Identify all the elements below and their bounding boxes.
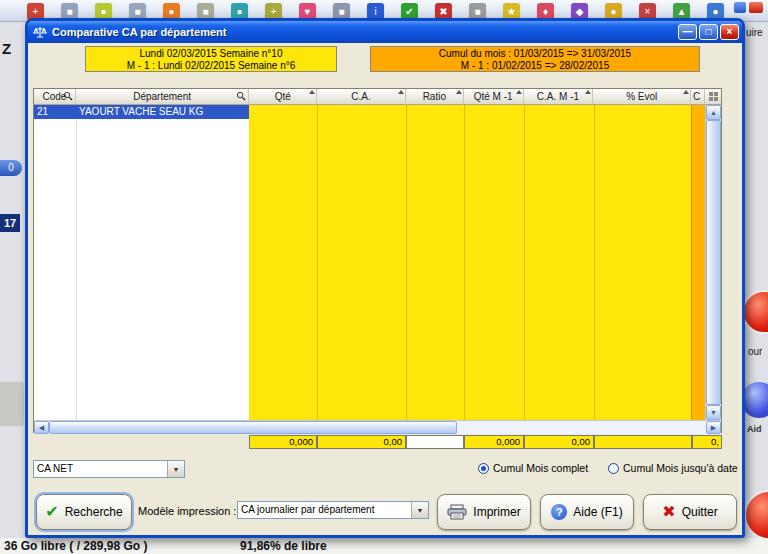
print-button[interactable]: Imprimer xyxy=(437,494,531,530)
column-header-qte[interactable]: Qté xyxy=(249,89,317,105)
search-icon[interactable] xyxy=(63,91,73,103)
column-header-qte-m1[interactable]: Qté M -1 xyxy=(464,89,524,105)
total-qte: 0,000 xyxy=(249,435,317,449)
app-round-button[interactable] xyxy=(744,490,768,540)
column-header-cut[interactable]: C xyxy=(691,89,705,105)
current-week-line1: Lundi 02/03/2015 Semaine n°10 xyxy=(86,48,336,60)
radio-cumul-mois-jusqua-date[interactable]: Cumul Mois jusqu'à date xyxy=(608,462,738,474)
column-divider xyxy=(317,105,318,420)
app-round-button[interactable] xyxy=(741,382,768,418)
column-divider xyxy=(524,105,525,420)
column-header-ratio[interactable]: Ratio xyxy=(406,89,464,105)
ca-type-value: CA NET xyxy=(34,461,167,477)
column-label: Qté xyxy=(275,91,291,102)
app-round-button[interactable] xyxy=(742,290,768,334)
search-button[interactable]: ✔ Recherche xyxy=(36,494,132,530)
column-header-evol[interactable]: % Evol xyxy=(593,89,691,105)
x-icon: ✖ xyxy=(662,504,675,520)
chevron-down-icon[interactable]: ▼ xyxy=(411,502,428,518)
radio-cumul-mois-complet[interactable]: Cumul Mois complet xyxy=(478,462,588,474)
column-label: Département xyxy=(133,91,191,102)
quit-button[interactable]: ✖ Quitter xyxy=(643,494,737,530)
background-panel-fragment xyxy=(0,382,24,426)
scrollbar-thumb[interactable] xyxy=(706,120,721,405)
column-header-code[interactable]: Code xyxy=(34,89,76,105)
disk-free-percent: 91,86% de libre xyxy=(240,539,327,553)
print-model-select[interactable]: CA journalier par département ▼ xyxy=(237,501,429,519)
table-header: Code Département Qté C.A. Ratio Q xyxy=(34,89,721,105)
dialog-client-area: Lundi 02/03/2015 Semaine n°10 M - 1 : Lu… xyxy=(28,43,742,535)
background-text-fragment: our xyxy=(748,346,762,357)
column-label: Ratio xyxy=(423,91,446,102)
current-week-box: Lundi 02/03/2015 Semaine n°10 M - 1 : Lu… xyxy=(85,46,337,72)
column-header-ca[interactable]: C.A. xyxy=(317,89,406,105)
search-button-label: Recherche xyxy=(65,505,123,519)
table-left-columns: 21 YAOURT VACHE SEAU KG xyxy=(34,105,249,420)
column-divider xyxy=(464,105,465,420)
background-close-button[interactable] xyxy=(749,2,763,13)
department-table: Code Département Qté C.A. Ratio Q xyxy=(33,88,722,433)
background-window-button[interactable] xyxy=(734,2,746,13)
column-label: C.A. xyxy=(351,91,370,102)
cell-code: 21 xyxy=(34,105,76,119)
radio-label: Cumul Mois jusqu'à date xyxy=(623,462,738,474)
window-icon xyxy=(33,26,47,39)
table-row[interactable]: 21 YAOURT VACHE SEAU KG xyxy=(34,105,250,119)
table-value-columns xyxy=(249,105,691,420)
column-header-departement[interactable]: Département xyxy=(76,89,249,105)
background-text-fragment: uire xyxy=(746,27,763,38)
minimize-button[interactable]: — xyxy=(678,24,697,40)
radio-icon xyxy=(478,463,489,474)
column-divider xyxy=(406,105,407,420)
badge-zero: 0 xyxy=(0,160,22,176)
month-cumul-line1: Cumul du mois : 01/03/2015 => 31/03/2015 xyxy=(371,48,699,60)
table-body: 21 YAOURT VACHE SEAU KG ▲ xyxy=(34,105,721,420)
check-icon: ✔ xyxy=(45,504,58,520)
scrollbar-thumb[interactable] xyxy=(49,421,457,434)
print-button-label: Imprimer xyxy=(473,505,520,519)
radio-icon xyxy=(608,463,619,474)
search-icon[interactable] xyxy=(236,91,246,103)
help-button[interactable]: ? Aide (F1) xyxy=(540,494,634,530)
dialog-titlebar[interactable]: Comparative CA par département — □ × xyxy=(28,21,742,43)
desktop: + ■ ● ■ ● ■ ● + ♥ ■ i ✔ ✖ ■ ★ ♦ ◆ ● × ▲ … xyxy=(0,0,768,554)
dialog-comparative-ca: Comparative CA par département — □ × Lun… xyxy=(25,18,745,538)
column-label: C xyxy=(693,91,700,102)
month-cumul-box: Cumul du mois : 01/03/2015 => 31/03/2015… xyxy=(370,46,700,72)
total-cut: 0, xyxy=(692,435,722,449)
help-button-label: Aide (F1) xyxy=(573,505,622,519)
status-bar: 36 Go libre ( / 289,98 Go ) 91,86% de li… xyxy=(0,538,768,554)
quit-button-label: Quitter xyxy=(682,505,718,519)
scroll-left-icon[interactable]: ◀ xyxy=(34,421,49,434)
background-text-fragment: Aid xyxy=(747,424,762,434)
table-extra-column xyxy=(691,105,705,420)
vertical-scrollbar[interactable]: ▲ ▼ xyxy=(705,105,721,420)
chevron-down-icon[interactable]: ▼ xyxy=(167,461,184,477)
column-divider xyxy=(76,105,77,420)
total-qte-m1: 0,000 xyxy=(464,435,524,449)
total-ca-m1: 0,00 xyxy=(524,435,594,449)
printer-icon xyxy=(447,504,467,520)
column-label: % Evol xyxy=(626,91,657,102)
disk-space-text: 36 Go libre ( / 289,98 Go ) xyxy=(4,539,147,553)
radio-label: Cumul Mois complet xyxy=(493,462,588,474)
column-header-ca-m1[interactable]: C.A. M -1 xyxy=(524,89,594,105)
horizontal-scrollbar[interactable]: ◀ ▶ xyxy=(34,420,721,434)
grid-icon[interactable] xyxy=(705,89,721,105)
dialog-title: Comparative CA par département xyxy=(52,26,673,38)
column-label: C.A. M -1 xyxy=(537,91,579,102)
ca-type-select[interactable]: CA NET ▼ xyxy=(33,460,185,478)
scroll-down-icon[interactable]: ▼ xyxy=(706,405,721,420)
maximize-button[interactable]: □ xyxy=(699,24,718,40)
question-icon: ? xyxy=(551,504,567,520)
cell-departement: YAOURT VACHE SEAU KG xyxy=(76,105,250,119)
column-label: Qté M -1 xyxy=(474,91,513,102)
scroll-right-icon[interactable]: ▶ xyxy=(706,421,721,434)
total-ratio xyxy=(406,435,464,449)
current-week-line2: M - 1 : Lundi 02/02/2015 Semaine n°6 xyxy=(86,60,336,72)
total-ca: 0,00 xyxy=(317,435,406,449)
scroll-up-icon[interactable]: ▲ xyxy=(706,105,721,120)
print-model-value: CA journalier par département xyxy=(238,502,411,518)
close-button[interactable]: × xyxy=(720,24,739,40)
month-cumul-line2: M - 1 : 01/02/2015 => 28/02/2015 xyxy=(371,60,699,72)
